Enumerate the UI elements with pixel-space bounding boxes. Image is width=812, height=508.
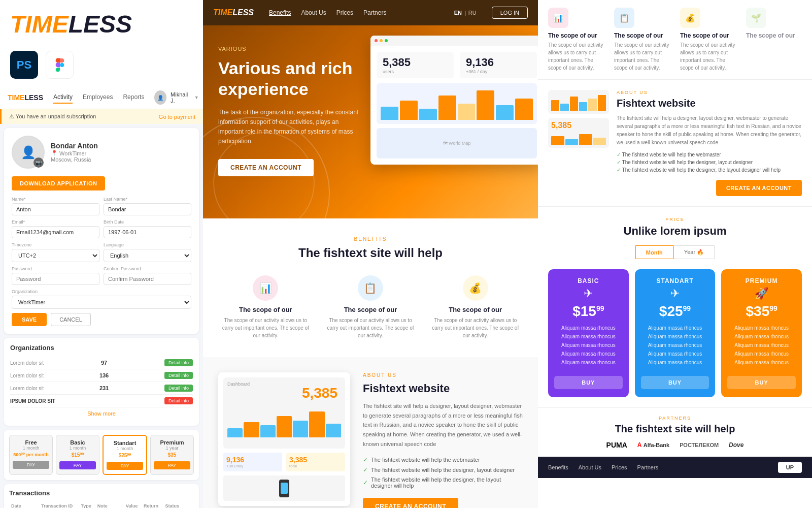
rb6 <box>598 95 606 111</box>
right-dash-2: 5,385 <box>548 118 609 148</box>
d-bar-3 <box>260 425 276 437</box>
nav-employees[interactable]: Employees <box>83 91 113 104</box>
scope-icon-1: 📊 <box>548 8 568 28</box>
lang-ru[interactable]: RU <box>468 10 477 16</box>
about-mockup: Dashboard 5,385 9,136 +3 <box>218 372 350 506</box>
mockup-phone <box>223 475 345 501</box>
scope-desc-3: The scope of our activity allows us to c… <box>680 41 736 72</box>
orgs-title: Organizations <box>10 344 193 352</box>
app-nav: Activity Employees Reports <box>53 91 144 104</box>
plan-premium: Premium 1 year $35 PAY <box>150 435 194 475</box>
scope-card-1: 📊 The scope of our The scope of our acti… <box>548 8 604 72</box>
price-card-name-basic: BASIC <box>554 277 623 284</box>
dot-yellow <box>380 39 383 42</box>
price-card-name-premium: PREMIUM <box>727 277 796 284</box>
scope-icon-3: 💰 <box>680 8 700 28</box>
language-group: Language English <box>104 242 191 262</box>
birth-group: Birth Date <box>104 219 191 238</box>
toggle-month[interactable]: Month <box>635 245 673 259</box>
nav-reports[interactable]: Reports <box>123 91 144 104</box>
about-desc: The fishtext site will help a designer, … <box>363 401 523 449</box>
org-badge-4[interactable]: Detail info <box>164 397 193 404</box>
about-mockup-inner: Dashboard 5,385 9,136 +3 <box>218 372 350 506</box>
show-more-link[interactable]: Show more <box>10 407 193 420</box>
footer-prices[interactable]: Prices <box>612 464 627 470</box>
hero-cta-button[interactable]: CREATE AN ACCOUNT <box>218 159 314 176</box>
stat-label-1: users <box>383 69 448 74</box>
user-avatar-sm: 👤 <box>154 90 166 105</box>
org-row: Lorem dolor sit 231 Detail info <box>10 382 193 395</box>
transactions-table: Date Transaction ID Type Note Value Retu… <box>9 502 194 508</box>
nav-about[interactable]: About Us <box>301 9 326 16</box>
nav-activity[interactable]: Activity <box>53 91 73 104</box>
timezone-select[interactable]: UTC+2 <box>12 249 99 262</box>
profile-header: 👤 📷 Bondar Anton 📍 WorkTimer Moscow, Rus… <box>12 136 191 169</box>
scope-icon-4: 🌱 <box>746 8 766 28</box>
fishtext-text-area: ABOUT US Fishtext website The fishtext s… <box>617 90 802 196</box>
check-icon-2: ✓ <box>363 466 368 473</box>
lang-en[interactable]: EN <box>454 10 462 16</box>
last-name-input[interactable] <box>104 203 191 215</box>
transactions-title: Transactions <box>9 489 194 497</box>
profile-card: 👤 📷 Bondar Anton 📍 WorkTimer Moscow, Rus… <box>4 128 199 334</box>
plan-standart-btn[interactable]: PAY <box>107 462 143 470</box>
login-button[interactable]: LOG IN <box>492 7 528 19</box>
create-account-button-right[interactable]: CREATE AN ACCOUNT <box>716 180 802 196</box>
rb5 <box>588 99 596 111</box>
birth-input[interactable] <box>104 226 191 238</box>
about-cta-button[interactable]: CREATE AN ACCOUNT <box>363 498 458 508</box>
save-button[interactable]: SAVE <box>12 313 47 326</box>
d-bar-2 <box>244 422 259 437</box>
alert-text: ⚠ You have an unpaid subscription <box>9 113 96 120</box>
benefits-heading: The fishtext site will help <box>218 246 523 260</box>
benefit-icon-1: 📊 <box>253 275 278 301</box>
cancel-button[interactable]: CANCEL <box>51 313 91 326</box>
plan-free-btn[interactable]: PAY <box>13 461 49 469</box>
email-input[interactable] <box>12 226 99 238</box>
scope-title-3: The scope of our <box>680 32 736 39</box>
toggle-year[interactable]: Year 🔥 <box>673 245 715 259</box>
benefit-icon-2: 📋 <box>358 275 383 301</box>
mockup-chart <box>377 83 537 124</box>
org-badge-3[interactable]: Detail info <box>164 385 193 392</box>
password-input[interactable] <box>12 273 99 285</box>
th-status: Status <box>163 502 194 508</box>
th-id: Transaction ID <box>39 502 79 508</box>
footer-benefits[interactable]: Benefits <box>548 464 568 470</box>
plan-basic-btn[interactable]: PAY <box>59 461 96 469</box>
nav-partners[interactable]: Partners <box>363 9 386 16</box>
buy-standart-button[interactable]: BUY <box>641 376 709 389</box>
nav-benefits[interactable]: Benefits <box>269 9 291 16</box>
plan-basic: Basic 1 month $15⁹⁹ PAY <box>56 435 99 475</box>
hero-content: VARIOUS Various and rich experience The … <box>218 46 370 176</box>
benefit-card-1: 📊 The scope of our The scope of our acti… <box>218 275 313 339</box>
scope-desc-2: The scope of our activity allows us to c… <box>614 41 670 72</box>
download-app-button[interactable]: DOWNLOAD APPLICATION <box>12 176 105 190</box>
price-card-premium: PREMIUM 🚀 $3599 Aliquam massa rhoncus Al… <box>721 269 802 397</box>
buy-basic-button[interactable]: BUY <box>554 376 623 389</box>
price-tag: PRICE <box>548 217 802 222</box>
benefits-section: BENEFITS The fishtext site will help 📊 T… <box>203 218 538 357</box>
go-to-payment-link[interactable]: Go to payment <box>159 114 195 120</box>
buy-premium-button[interactable]: BUY <box>727 376 796 389</box>
nav-prices[interactable]: Prices <box>336 9 353 16</box>
footer-about[interactable]: About Us <box>579 464 601 470</box>
email-group: Email* <box>12 219 99 238</box>
up-button[interactable]: UP <box>778 462 802 473</box>
footer-partners[interactable]: Partners <box>637 464 659 470</box>
org-badge-1[interactable]: Detail info <box>164 359 193 366</box>
language-select[interactable]: English <box>104 249 191 262</box>
price-features-basic: Aliquam massa rhoncus Aliquam massa rhon… <box>554 324 623 367</box>
plan-premium-btn[interactable]: PAY <box>154 461 190 469</box>
first-name-input[interactable] <box>12 203 99 215</box>
mockup-stats: 5,385 users 9,136 +361 / day <box>377 52 537 78</box>
right-stat: 5,385 <box>551 121 606 130</box>
site-nav-links: Benefits About Us Prices Partners <box>269 9 439 16</box>
org-select[interactable]: WorkTimer <box>12 296 191 309</box>
alfa-bank-logo: Α Alfa-Bank <box>637 441 669 449</box>
plans-section: Free 1 month 500⁹⁹ per month PAY Basic 1… <box>4 430 199 480</box>
confirm-input[interactable] <box>104 273 191 285</box>
org-badge-2[interactable]: Detail info <box>164 372 193 379</box>
dove-logo: Dove <box>729 441 743 449</box>
mockup-map: 🗺 World Map <box>377 128 537 158</box>
